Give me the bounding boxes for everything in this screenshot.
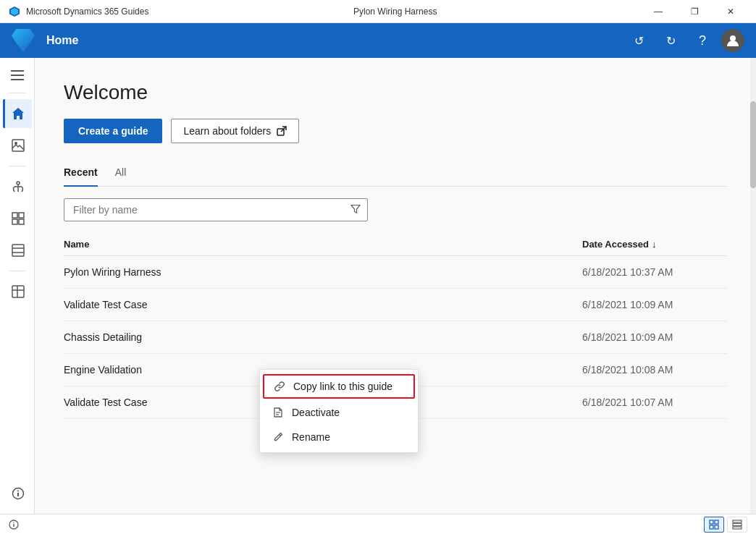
db-icon [11, 284, 25, 299]
grid-view-button[interactable] [704, 517, 724, 533]
col-date-header: Date Accessed ↓ [582, 239, 727, 250]
grid-view-icon [709, 520, 719, 530]
svg-rect-18 [12, 286, 24, 297]
user-avatar-icon [726, 34, 739, 47]
svg-rect-6 [12, 140, 24, 151]
anchor-icon [11, 179, 25, 194]
info-status-icon [9, 520, 19, 530]
tab-all[interactable]: All [115, 161, 127, 187]
window-controls: — ❐ ✕ [642, 0, 747, 23]
sidebar-menu-button[interactable] [3, 64, 32, 87]
sidebar-bottom [3, 479, 32, 508]
close-button[interactable]: ✕ [714, 0, 747, 23]
panel-icon [11, 243, 25, 258]
main-layout: Welcome Create a guide Learn about folde… [0, 58, 756, 514]
rename-label: Rename [292, 431, 330, 443]
home-icon [11, 106, 25, 121]
list-view-icon [732, 520, 742, 530]
context-menu-item-deactivate[interactable]: Deactivate [260, 400, 418, 425]
svg-rect-34 [715, 525, 718, 529]
rename-icon [272, 431, 285, 444]
app-header: Home ↺ ↻ ? [0, 23, 756, 58]
sidebar-item-home[interactable] [3, 99, 32, 128]
app-header-title: Home [46, 34, 78, 47]
svg-rect-3 [11, 70, 24, 72]
learn-folders-button[interactable]: Learn about folders [171, 119, 299, 143]
redo-button[interactable]: ↻ [658, 27, 684, 54]
minimize-button[interactable]: — [642, 0, 675, 23]
sidebar-item-images[interactable] [3, 131, 32, 160]
learn-folders-label: Learn about folders [183, 125, 271, 137]
user-avatar-button[interactable] [721, 29, 744, 52]
svg-rect-37 [733, 527, 742, 529]
scrollbar-thumb[interactable] [750, 101, 756, 188]
copy-link-label: Copy link to this guide [293, 381, 392, 392]
svg-point-8 [17, 182, 20, 185]
table-row[interactable]: Chassis Detailing 6/18/2021 10:09 AM [64, 321, 727, 354]
col-name-header: Name [64, 239, 582, 250]
svg-rect-12 [19, 213, 24, 218]
sidebar-item-grid[interactable] [3, 204, 32, 233]
svg-rect-36 [733, 523, 742, 525]
row-date: 6/18/2021 10:08 AM [582, 364, 727, 376]
row-date: 6/18/2021 10:07 AM [582, 397, 727, 408]
tabs: Recent All [64, 161, 727, 187]
svg-point-23 [17, 491, 19, 492]
link-icon [274, 381, 285, 392]
svg-rect-5 [11, 79, 24, 80]
hamburger-icon [11, 70, 24, 80]
deactivate-label: Deactivate [292, 407, 340, 418]
image-icon [11, 138, 25, 153]
svg-point-30 [13, 522, 14, 523]
row-date: 6/18/2021 10:37 AM [582, 266, 727, 278]
statusbar-left [9, 520, 19, 530]
tab-recent[interactable]: Recent [64, 161, 98, 187]
row-name: Pylon Wiring Harness [64, 266, 582, 278]
svg-rect-15 [12, 245, 24, 256]
context-menu-item-copy-link[interactable]: Copy link to this guide [263, 374, 415, 399]
sidebar-item-panel[interactable] [3, 236, 32, 265]
table-header: Name Date Accessed ↓ [64, 233, 727, 256]
welcome-title: Welcome [64, 81, 727, 104]
svg-rect-13 [12, 219, 17, 224]
list-view-button[interactable] [727, 517, 747, 533]
context-menu-item-rename[interactable]: Rename [260, 425, 418, 449]
sidebar-item-info[interactable] [3, 479, 32, 508]
svg-rect-4 [11, 75, 24, 76]
svg-rect-14 [19, 219, 24, 224]
statusbar-right [704, 517, 747, 533]
row-date: 6/18/2021 10:09 AM [582, 299, 727, 310]
pencil-icon [272, 431, 284, 443]
document-icon [272, 407, 284, 418]
context-menu: Copy link to this guide Deactivate [259, 369, 419, 453]
grid-icon [11, 211, 25, 226]
row-name: Validate Test Case [64, 299, 582, 310]
sidebar-divider-3 [9, 271, 26, 271]
copy-link-icon [273, 380, 286, 393]
svg-rect-35 [733, 520, 742, 522]
content-area: Welcome Create a guide Learn about folde… [35, 58, 756, 514]
sort-icon[interactable]: ↓ [652, 239, 657, 250]
filter-row [64, 198, 727, 221]
help-button[interactable]: ? [689, 27, 715, 54]
scrollbar-track[interactable] [750, 58, 756, 514]
table-row[interactable]: Pylon Wiring Harness 6/18/2021 10:37 AM [64, 256, 727, 289]
svg-rect-32 [715, 520, 718, 524]
create-guide-button[interactable]: Create a guide [64, 119, 162, 143]
maximize-button[interactable]: ❐ [678, 0, 711, 23]
app-logo [12, 29, 35, 52]
sidebar-divider-1 [9, 93, 26, 93]
svg-rect-31 [710, 520, 713, 524]
deactivate-icon [272, 406, 285, 419]
info-icon [12, 487, 25, 500]
sidebar-item-db[interactable] [3, 277, 32, 306]
filter-input[interactable] [64, 198, 368, 221]
table-row[interactable]: Validate Test Case 6/18/2021 10:09 AM [64, 289, 727, 321]
row-name: Chassis Detailing [64, 331, 582, 343]
sidebar-divider-2 [9, 166, 26, 166]
statusbar [0, 514, 756, 534]
external-link-icon [277, 126, 287, 136]
sidebar-item-anchor[interactable] [3, 172, 32, 201]
undo-button[interactable]: ↺ [626, 27, 652, 54]
action-buttons: Create a guide Learn about folders [64, 119, 727, 143]
